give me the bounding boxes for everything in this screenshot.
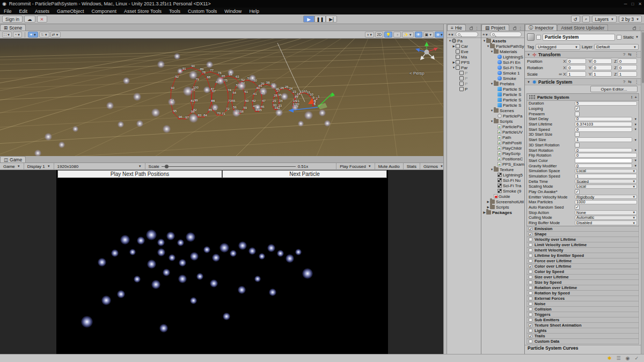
project-item-particlepathsy[interactable]: ▼ParticlePathSy [481,43,524,49]
scene-viewport[interactable]: 1234567891011121314151617181920212223242… [0,39,447,156]
dropdown-caret[interactable]: ▼ [632,159,637,162]
module-checkbox[interactable] [529,323,532,327]
hierarchy-item-p[interactable]: P [447,76,481,81]
snap-settings-dropdown[interactable]: ⇅▼ [39,32,49,38]
property-checkbox[interactable] [575,189,580,194]
menu-dots-icon[interactable]: ⋮ [634,52,639,57]
module-emission[interactable]: Emission [526,226,639,232]
persp-label[interactable]: < Persp [409,71,425,76]
menu-asset-store-tools[interactable]: Asset Store Tools [120,9,165,14]
activity-icon[interactable]: ✱ [608,356,612,361]
property-field[interactable]: Disabled▼ [575,220,637,225]
module-force-over-lifetime[interactable]: Force over Lifetime [526,258,639,264]
z-value-field[interactable]: 0 [618,65,637,70]
property-field[interactable]: 0 [575,117,632,122]
gameobject-active-checkbox[interactable] [536,35,541,40]
property-field[interactable]: 5 [575,101,637,106]
menu-help[interactable]: Help [245,9,263,14]
foldout-caret[interactable]: ▼ [527,80,530,84]
menu-component[interactable]: Component [88,9,121,14]
property-field[interactable]: Rigidbody▼ [575,195,637,200]
x-value-field[interactable]: 0 [567,58,586,64]
hierarchy-item-p[interactable]: P [447,86,481,92]
hierarchy-item-pps[interactable]: ▶PPS [447,60,481,65]
tab-hierarchy[interactable]: ≡Hie [447,24,466,31]
stats-toggle[interactable]: Stats [404,163,420,170]
project-item-particle-s[interactable]: Particle S [481,92,524,97]
foldout-arrow[interactable]: ▼ [452,66,456,69]
project-item-particlepa[interactable]: #ParticlePa [481,124,524,129]
foldout-arrow[interactable]: ▼ [490,168,494,171]
module-triggers[interactable]: Triggers [526,312,639,317]
property-field[interactable]: None▼ [575,210,637,215]
module-checkbox[interactable] [529,297,532,300]
module-size-over-lifetime[interactable]: Size over Lifetime [526,275,639,280]
foldout-arrow[interactable]: ▶ [452,61,456,64]
module-noise[interactable]: Noise [526,301,639,307]
particle-system-curves-bar[interactable]: Particle System Curves [525,345,641,351]
foldout-arrow[interactable]: ▼ [486,45,490,48]
module-checkbox[interactable] [529,302,532,306]
x-value-field[interactable]: 0 [567,65,586,70]
module-limit-velocity-over-lifetime[interactable]: Limit Velocity over Lifetime [526,242,639,248]
play-next-path-positions-button[interactable]: Play Next Path Positions [57,170,222,178]
tab-project[interactable]: ▤Project [481,24,509,31]
module-checkbox[interactable] [529,243,532,247]
particle-system-component-header[interactable]: ▼ ❋ Particle System ?⇆⋮ [525,78,641,85]
tasks-done-icon[interactable]: ✓ [634,356,639,361]
hierarchy-item-p[interactable]: P [447,81,481,86]
menu-edit[interactable]: Edit [16,9,32,14]
project-item-scenes[interactable]: ▼Scenes [481,108,524,113]
hierarchy-item-pa[interactable]: ▼Pa [447,38,481,43]
module-checkbox[interactable] [529,334,532,338]
grid-settings-dropdown[interactable]: ⇄▼ [50,32,61,38]
y-value-field[interactable]: 0 [592,58,611,64]
cloud-button[interactable]: ☁ [24,16,35,23]
module-color-over-lifetime[interactable]: Color over Lifetime [526,264,639,269]
lock-icon[interactable] [633,27,636,30]
menu-custom-tools[interactable]: Custom Tools [184,9,221,14]
project-item-playchildr[interactable]: #PlayChildr [481,145,524,151]
foldout-arrow[interactable]: ▼ [482,39,486,42]
menu-window[interactable]: Window [221,9,245,14]
module-checkbox[interactable] [529,227,532,231]
search-button[interactable]: ⌕ [582,16,590,23]
project-item-playscrip[interactable]: #PlayScrip [481,151,524,156]
add-icon[interactable]: + [634,95,637,100]
property-checkbox[interactable] [575,106,580,111]
transform-component-header[interactable]: ▼ ⊹ Transform ?⇆⋮ [525,51,641,58]
foldout-arrow[interactable]: ▼ [490,50,494,53]
project-item-smoke-1[interactable]: Smoke 1 [481,70,524,76]
scrollbar-thumb[interactable] [642,32,644,83]
create-dropdown[interactable]: +▼ [482,32,488,37]
static-dropdown-caret[interactable]: ▼ [635,35,639,39]
property-checkbox[interactable] [575,112,580,116]
project-item-scripts[interactable]: ▼Scripts [481,119,524,124]
foldout-arrow[interactable]: ▶ [452,45,456,48]
display-select-dropdown[interactable]: Display 1▼ [24,163,54,170]
gameobject-cube-icon[interactable] [527,33,535,41]
help-icon[interactable]: ? [623,52,625,57]
module-checkbox[interactable] [529,307,532,311]
y-value-field[interactable]: 0 [592,65,611,70]
resolution-dropdown[interactable]: 1920x1080▼ [54,163,145,170]
project-item-particle-s[interactable]: Particle S [481,86,524,92]
project-item-sci-fi-nu[interactable]: Sci-Fi Nu [481,178,524,183]
network-icon[interactable]: ◉ [626,356,630,361]
module-checkbox[interactable] [529,339,532,343]
create-dropdown[interactable]: +▼ [448,32,454,37]
module-checkbox[interactable] [529,280,532,284]
project-item-positionsc[interactable]: #PositionsC [481,156,524,161]
lighting-toggle[interactable]: 💡 [384,32,392,38]
module-lights[interactable]: Lights [526,328,639,334]
menu-tools[interactable]: Tools [165,9,184,14]
module-checkbox[interactable] [529,232,532,236]
project-item-sci-fi-tra[interactable]: Sci-Fi Tra [481,65,524,70]
presets-icon[interactable]: ⇆ [628,79,632,84]
menu-dots-icon[interactable]: ⋮ [638,26,642,31]
project-search-input[interactable] [490,32,522,37]
audio-toggle[interactable]: 🕨 [393,32,401,38]
module-size-by-speed[interactable]: Size by Speed [526,280,639,285]
project-item-particlepa[interactable]: ParticlePa [481,113,524,119]
dropdown-caret[interactable]: ▼ [632,164,637,167]
